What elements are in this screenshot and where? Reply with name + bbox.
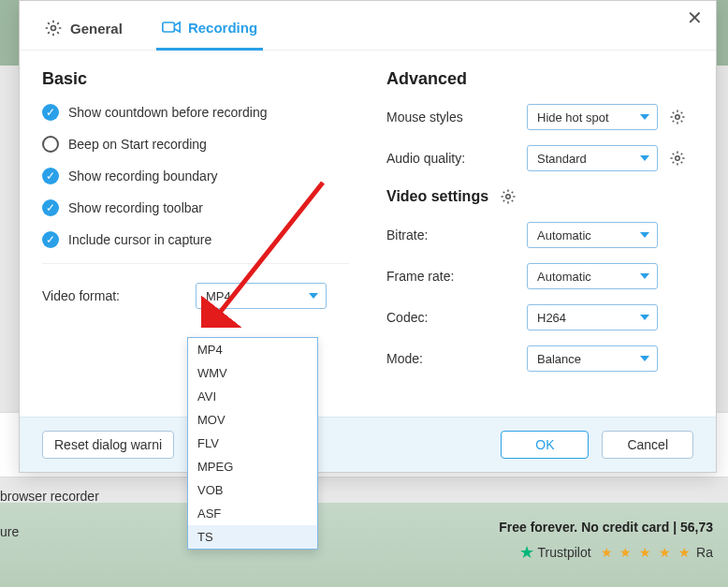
video-format-options-list[interactable]: MP4WMVAVIMOVFLVMPEGVOBASFTS <box>187 337 318 550</box>
chevron-down-icon <box>640 315 649 320</box>
framerate-label: Frame rate: <box>386 269 517 284</box>
radio-unchecked-icon <box>42 136 59 153</box>
codec-dropdown[interactable]: H264 <box>527 304 658 330</box>
tab-bar: General Recording <box>20 1 716 51</box>
camcorder-icon <box>162 18 181 37</box>
video-settings-title: Video settings <box>386 186 693 207</box>
video-format-row: Video format: MP4 <box>42 283 349 309</box>
dialog-footer: Reset dialog warni OK Cancel <box>20 417 716 472</box>
video-format-option[interactable]: FLV <box>188 432 317 455</box>
video-format-dropdown[interactable]: MP4 <box>196 283 327 309</box>
checkbox-checked-icon: ✓ <box>42 104 59 121</box>
basic-title: Basic <box>42 69 349 89</box>
rating-suffix: Ra <box>696 545 713 560</box>
codec-label: Codec: <box>386 310 517 325</box>
dropdown-value: Balance <box>537 352 581 366</box>
mode-label: Mode: <box>386 351 517 366</box>
tab-general[interactable]: General <box>38 10 128 50</box>
settings-dialog: ✕ General Recording Basic ✓ Show countdo… <box>19 0 717 473</box>
mouse-styles-dropdown[interactable]: Hide hot spot <box>527 104 658 130</box>
bitrate-row: Bitrate: Automatic <box>386 222 693 248</box>
marketing-free: Free forever. No credit card | 56,73 <box>499 520 713 535</box>
dropdown-value: Hide hot spot <box>537 110 609 125</box>
option-label: Show recording boundary <box>68 169 218 183</box>
advanced-title: Advanced <box>386 69 693 89</box>
gear-icon <box>44 19 63 37</box>
option-include-cursor[interactable]: ✓ Include cursor in capture <box>42 231 349 248</box>
svg-point-4 <box>51 26 56 31</box>
audio-quality-label: Audio quality: <box>386 151 517 166</box>
svg-point-7 <box>676 156 680 161</box>
bitrate-label: Bitrate: <box>386 227 517 242</box>
mouse-styles-label: Mouse styles <box>386 110 517 125</box>
gear-icon <box>500 188 517 205</box>
video-format-option[interactable]: AVI <box>188 385 317 408</box>
video-format-option[interactable]: TS <box>188 525 317 549</box>
mouse-styles-settings-button[interactable] <box>667 107 688 127</box>
chevron-down-icon <box>640 155 649 161</box>
chevron-down-icon <box>309 293 318 299</box>
cancel-button[interactable]: Cancel <box>602 431 693 459</box>
option-label: Show countdown before recording <box>68 105 267 120</box>
video-format-option[interactable]: MOV <box>188 408 317 432</box>
option-show-countdown[interactable]: ✓ Show countdown before recording <box>42 104 349 121</box>
video-format-option[interactable]: VOB <box>188 478 317 502</box>
close-button[interactable]: ✕ <box>687 8 703 27</box>
trustpilot-star-icon: ★ <box>519 542 534 563</box>
divider <box>42 263 349 264</box>
marketing-bar: Free forever. No credit card | 56,73 ★ T… <box>0 520 728 563</box>
tab-recording[interactable]: Recording <box>156 10 263 51</box>
mouse-styles-row: Mouse styles Hide hot spot <box>386 104 693 130</box>
dropdown-value: Automatic <box>537 228 591 242</box>
audio-quality-row: Audio quality: Standard <box>386 145 693 171</box>
dropdown-value: H264 <box>537 311 566 325</box>
bitrate-dropdown[interactable]: Automatic <box>527 222 658 248</box>
svg-point-8 <box>506 195 511 199</box>
codec-row: Codec: H264 <box>386 304 693 330</box>
trustpilot-label: Trustpilot <box>538 545 591 560</box>
option-label: Include cursor in capture <box>68 232 211 247</box>
framerate-dropdown[interactable]: Automatic <box>527 263 658 289</box>
video-format-option[interactable]: MPEG <box>188 455 317 478</box>
chevron-down-icon <box>640 232 649 238</box>
gear-icon <box>669 150 686 167</box>
tab-label: Recording <box>188 20 257 36</box>
option-show-toolbar[interactable]: ✓ Show recording toolbar <box>42 199 349 216</box>
ok-button[interactable]: OK <box>501 431 589 459</box>
bg-text-browser-recorder: browser recorder <box>0 489 99 504</box>
option-show-boundary[interactable]: ✓ Show recording boundary <box>42 168 349 184</box>
video-format-option[interactable]: WMV <box>188 361 317 385</box>
video-format-option[interactable]: ASF <box>188 502 317 525</box>
option-beep[interactable]: Beep on Start recording <box>42 136 349 153</box>
chevron-down-icon <box>640 114 649 120</box>
chevron-down-icon <box>640 273 649 279</box>
dropdown-value: Standard <box>537 152 587 166</box>
reset-warnings-button[interactable]: Reset dialog warni <box>42 431 174 459</box>
advanced-section: Advanced Mouse styles Hide hot spot Audi… <box>386 69 693 387</box>
mode-row: Mode: Balance <box>386 345 693 372</box>
option-label: Beep on Start recording <box>68 137 207 152</box>
chevron-down-icon <box>640 356 649 361</box>
checkbox-checked-icon: ✓ <box>42 168 59 184</box>
svg-point-6 <box>676 115 680 120</box>
video-format-label: Video format: <box>42 288 173 303</box>
framerate-row: Frame rate: Automatic <box>386 263 693 289</box>
audio-quality-dropdown[interactable]: Standard <box>527 145 658 171</box>
video-settings-gear-button[interactable] <box>498 186 518 207</box>
audio-quality-settings-button[interactable] <box>667 148 688 169</box>
dropdown-value: MP4 <box>206 289 231 303</box>
checkbox-checked-icon: ✓ <box>42 231 59 248</box>
checkbox-checked-icon: ✓ <box>42 199 59 216</box>
rating-stars-icon: ★ ★ ★ ★ ★ <box>595 545 692 560</box>
option-label: Show recording toolbar <box>68 200 203 215</box>
video-format-option[interactable]: MP4 <box>188 338 317 361</box>
gear-icon <box>669 109 686 125</box>
mode-dropdown[interactable]: Balance <box>527 345 658 372</box>
tab-label: General <box>70 21 123 37</box>
svg-rect-5 <box>163 22 175 32</box>
dropdown-value: Automatic <box>537 270 591 284</box>
